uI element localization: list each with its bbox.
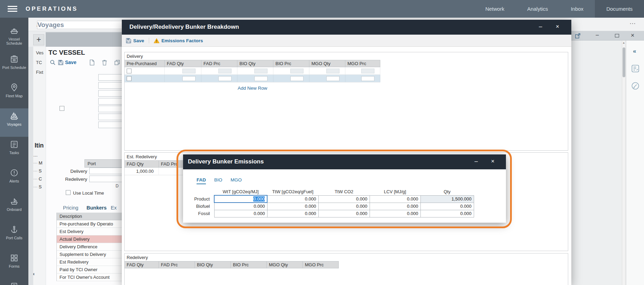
bio-qty-input[interactable] [254,76,267,81]
tab-fad[interactable]: FAD [197,177,206,184]
product-lcv-input[interactable]: 0.000 [370,195,420,203]
sidebar-item-onboard[interactable]: Onboard [0,194,28,222]
sidebar-item-fleet-map[interactable]: Fleet Map [0,80,28,108]
edit-circle-icon[interactable] [631,81,640,91]
product-ttw-co2-input[interactable]: 0.000 [318,195,370,203]
owner-field[interactable] [98,90,125,97]
sidebar-item-port-calls[interactable]: Port Calls [0,222,28,250]
biofuel-qty-value[interactable]: 0.000 [420,203,474,210]
product-wtt-input[interactable]: 0.000 [214,195,267,203]
minimize-icon[interactable]: – [471,158,481,166]
biofuel-ttw-co2-input[interactable]: 0.000 [318,203,370,210]
grid-row[interactable]: Delivery Difference [56,243,125,251]
laycan-to-field[interactable] [98,114,125,120]
fad-qty-input[interactable] [182,69,196,73]
overflow-menu-icon[interactable]: ⋯ [629,20,636,27]
fossil-qty-value[interactable]: 0.000 [420,210,474,217]
product-ttw-fuel-input[interactable]: 0.000 [267,195,318,203]
itinerary-row[interactable]: ⋯ M [33,160,42,166]
use-local-time-checkbox[interactable] [66,190,71,195]
add-new-row-link[interactable]: Add New Row [125,86,380,91]
vessel-field[interactable] [98,74,125,81]
copy-icon[interactable] [114,59,120,66]
grid-row[interactable]: Supplement to Delivery [56,251,125,258]
emissions-factors-button[interactable]: Emissions Factors [154,38,203,43]
product-qty-value[interactable]: 1,500.000 [420,195,474,203]
nav-item-network[interactable]: Network [474,0,516,18]
search-icon[interactable] [50,59,56,66]
tab-mgo[interactable]: MGO [230,177,242,184]
row-menu-icon[interactable]: ⋯ [33,161,37,166]
dialog-titlebar[interactable]: Delivery/Redelivery Bunker Breakdown – × [122,20,571,35]
delivery-row-2-selected[interactable] [125,75,380,82]
scroll-up-icon[interactable]: ▲ [622,41,625,44]
sidebar-item-vessel-schedule[interactable]: Vessel Schedule [0,23,28,52]
tab-exposure[interactable]: Ex [111,205,117,211]
minimize-icon[interactable]: – [536,23,545,32]
nav-item-documents[interactable]: Documents [595,0,644,18]
biofuel-lcv-input[interactable]: 0.000 [370,203,420,210]
grid-row[interactable]: For TCI Owner's Account [56,274,125,281]
est-redelivery-fad-qty-value[interactable]: 1,000.00 [125,168,159,175]
close-icon[interactable]: × [553,23,562,32]
add-new-button[interactable]: + [33,34,44,45]
fossil-ttw-fuel-input[interactable]: 0.000 [267,210,318,217]
dialog-titlebar[interactable]: Delivery Bunker Emissions – × [183,154,506,169]
hamburger-menu-icon[interactable] [8,6,17,12]
delivery-row-1[interactable] [125,67,380,75]
fossil-lcv-input[interactable]: 0.000 [370,210,420,217]
bio-prc-input[interactable] [290,76,303,81]
save-button[interactable]: Save [126,38,144,43]
tab-bio[interactable]: BIO [214,177,222,184]
fad-prc-input[interactable] [218,69,232,73]
sidebar-item-port-schedule[interactable]: Port Schedule [0,52,28,80]
grid-row[interactable]: Est Redelivery [56,258,125,266]
bio-prc-input[interactable] [290,69,303,73]
grid-row[interactable]: Est Delivery [56,228,125,235]
save-button[interactable]: Save [58,59,76,66]
sidebar-item-forms[interactable]: Forms [0,250,28,279]
tc-coa-id-field[interactable] [98,122,125,128]
grid-row-actual-delivery[interactable]: Actual Delivery [56,235,125,243]
trash-icon[interactable] [102,59,107,66]
mgo-prc-input[interactable] [361,69,374,73]
tab-pricing[interactable]: Pricing [63,205,78,211]
close-icon[interactable]: × [488,158,498,166]
fossil-wtt-input[interactable]: 0.000 [214,210,267,217]
sidebar-item-tasks[interactable]: Tasks [0,137,28,165]
tc-code-field[interactable] [98,82,125,89]
laycan-from-field[interactable] [98,106,125,112]
biofuel-ttw-fuel-input[interactable]: 0.000 [267,203,318,210]
pre-purchased-checkbox[interactable] [127,69,131,73]
sidebar-item-voyages[interactable]: Voyages [0,108,28,137]
open-external-icon[interactable] [575,33,581,40]
fad-qty-input[interactable] [182,76,196,81]
grid-row[interactable]: Pre-purchased By Operato [56,220,125,228]
row-menu-icon[interactable]: ⋯ [33,185,37,189]
document-icon[interactable] [89,59,95,66]
properties-panel-icon[interactable] [631,64,640,74]
beneficiary-field[interactable] [98,98,125,105]
sidebar-item-reports[interactable] [0,279,28,285]
mgo-prc-input[interactable] [361,76,374,81]
vertical-scrollbar[interactable]: ▲ [622,41,626,285]
itinerary-row[interactable]: ⋯ S [33,184,42,189]
scrollbar-thumb[interactable] [623,47,625,77]
mgo-qty-input[interactable] [326,76,339,81]
redelivery-port-field[interactable] [89,176,125,182]
nav-item-analytics[interactable]: Analytics [516,0,559,18]
fossil-ttw-co2-input[interactable]: 0.000 [318,210,370,217]
sidebar-item-alerts[interactable]: Alerts [0,165,28,194]
host-maximize-button[interactable] [615,34,619,37]
scroll-left-arrow[interactable]: ◀ [33,272,34,276]
nav-item-inbox[interactable]: Inbox [559,0,595,18]
grid-row[interactable]: Paid by TCI Owner [56,266,125,274]
host-minimize-button[interactable]: – [593,32,602,39]
pre-purchased-checkbox[interactable] [127,76,131,81]
delivery-port-field[interactable] [89,168,125,174]
host-close-button[interactable]: × [628,32,637,39]
tab-bunkers[interactable]: Bunkers [87,205,107,211]
bio-qty-input[interactable] [254,69,267,73]
collapse-panel-icon[interactable]: « [633,48,636,55]
biofuel-wtt-input[interactable]: 0.000 [214,203,267,210]
